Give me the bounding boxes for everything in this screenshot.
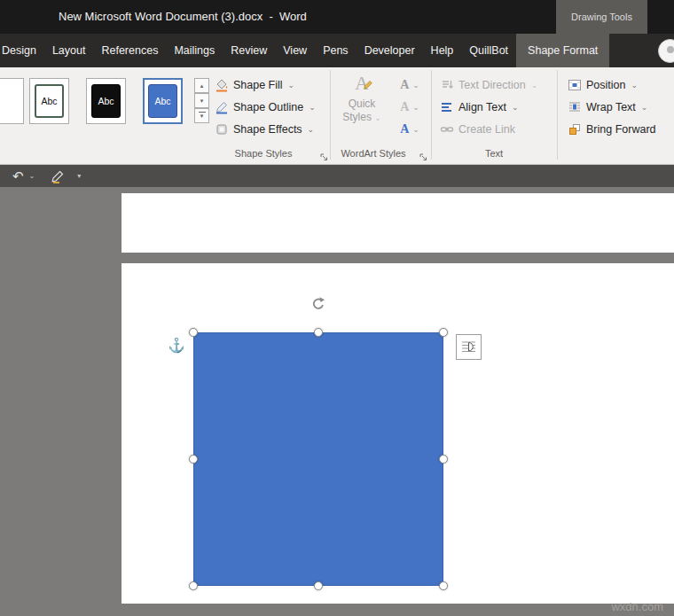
text-direction-label: Text Direction <box>458 79 526 91</box>
down-arrow-icon: ▾ <box>200 97 204 105</box>
lightbulb-icon[interactable] <box>658 39 674 63</box>
tab-help[interactable]: Help <box>423 34 462 67</box>
title-bar: New Microsoft Word Document (3).docx - W… <box>0 0 674 34</box>
shape-effects-button[interactable]: Shape Effects ⌄ <box>215 119 314 140</box>
align-text-label: Align Text <box>458 101 506 113</box>
dropdown-icon[interactable]: ▾ <box>77 172 81 180</box>
resize-handle-top-middle[interactable] <box>314 328 323 337</box>
resize-handle-middle-left[interactable] <box>189 455 198 464</box>
quick-styles-label-line1: Quick <box>337 97 387 111</box>
dialog-launcher-icon <box>419 152 428 162</box>
shape-style-thumbnail-partial[interactable] <box>0 78 24 124</box>
shape-outline-button[interactable]: Shape Outline ⌄ <box>215 97 316 118</box>
watermark-text: wxdn.com <box>611 600 663 613</box>
quick-styles-label-line2: Styles <box>342 111 372 123</box>
shape-style-preview: Abc <box>148 84 177 118</box>
document-area: ⚓ wxdn.com <box>0 187 674 616</box>
shape-fill-button[interactable]: Shape Fill ⌄ <box>215 74 294 96</box>
wrap-text-button[interactable]: Wrap Text ⌄ <box>568 97 647 118</box>
drawing-tools-contextual-label: Drawing Tools <box>556 0 647 34</box>
shape-fill-label: Shape Fill <box>233 79 283 91</box>
chain-link-icon <box>440 122 454 136</box>
position-icon <box>568 78 582 92</box>
shape-style-thumbnail-2[interactable]: Abc <box>86 78 126 124</box>
chevron-down-icon: ⌄ <box>308 125 315 134</box>
effects-square-icon <box>215 122 229 136</box>
chevron-down-icon: ⌄ <box>412 125 419 134</box>
text-direction-button[interactable]: Text Direction ⌄ <box>440 74 537 96</box>
dialog-launcher-icon <box>319 152 329 162</box>
tab-mailings[interactable]: Mailings <box>166 34 223 67</box>
anchor-icon[interactable]: ⚓ <box>168 339 185 353</box>
resize-handle-bottom-middle[interactable] <box>314 581 323 590</box>
layout-options-icon <box>460 339 477 355</box>
shape-effects-label: Shape Effects <box>233 123 302 136</box>
position-button[interactable]: Position ⌄ <box>568 74 638 96</box>
group-label-wordart-styles: WordArt Styles <box>333 148 413 159</box>
text-fill-a-icon: A <box>400 78 409 92</box>
chevron-down-icon: ⌄ <box>288 81 295 90</box>
resize-handle-bottom-right[interactable] <box>439 581 448 590</box>
resize-handle-top-right[interactable] <box>439 328 448 337</box>
tab-design[interactable]: Design <box>0 34 44 67</box>
chevron-down-icon: ⌄ <box>412 103 419 112</box>
wordart-styles-dialog-launcher[interactable] <box>419 150 428 160</box>
ribbon-tab-bar: Design Layout References Mailings Review… <box>0 34 674 67</box>
text-direction-icon <box>440 78 454 92</box>
layout-options-button[interactable] <box>456 334 482 360</box>
undo-icon[interactable]: ↶ <box>12 169 24 183</box>
gallery-scroll-up-button[interactable]: ▴ <box>194 78 209 93</box>
tab-quillbot[interactable]: QuillBot <box>461 34 516 67</box>
create-link-button[interactable]: Create Link <box>440 119 515 140</box>
resize-handle-bottom-left[interactable] <box>189 581 198 590</box>
wrap-text-icon <box>568 100 582 114</box>
shape-style-preview: Abc <box>35 84 64 118</box>
gallery-more-button[interactable]: ▾ <box>194 108 209 123</box>
group-divider <box>557 70 558 160</box>
group-label-text: Text <box>461 148 527 159</box>
pencil-icon <box>215 100 229 114</box>
wordart-a-icon: A <box>350 71 373 94</box>
shape-outline-label: Shape Outline <box>233 101 303 113</box>
tab-developer[interactable]: Developer <box>357 34 423 67</box>
shape-style-thumbnail-1[interactable]: Abc <box>29 78 69 124</box>
chevron-down-icon: ⌄ <box>641 103 648 112</box>
chevron-down-icon: ⌄ <box>412 81 419 90</box>
create-link-label: Create Link <box>458 123 515 136</box>
tab-pens[interactable]: Pens <box>315 34 357 67</box>
wrap-text-label: Wrap Text <box>586 101 636 113</box>
tab-shape-format[interactable]: Shape Format <box>516 34 609 67</box>
ribbon: Abc Abc Abc ▴ ▾ ▾ Shape Fill ⌄ Shape Out… <box>0 67 674 165</box>
chevron-down-icon: ⌄ <box>631 81 638 90</box>
chevron-down-icon: ⌄ <box>374 113 381 122</box>
resize-handle-middle-right[interactable] <box>439 455 448 464</box>
chevron-down-icon: ⌄ <box>512 103 519 112</box>
bring-forward-icon <box>568 122 582 136</box>
position-label: Position <box>586 79 625 91</box>
down-arrow-icon: ▾ <box>200 113 204 120</box>
rotation-handle[interactable] <box>310 296 326 312</box>
selected-rectangle-shape[interactable] <box>193 332 443 586</box>
resize-handle-top-left[interactable] <box>189 328 198 337</box>
shape-styles-dialog-launcher[interactable] <box>319 150 329 160</box>
page-bottom-strip[interactable] <box>121 193 674 253</box>
text-fill-button[interactable]: A ⌄ <box>394 74 426 96</box>
tab-review[interactable]: Review <box>223 34 275 67</box>
text-effects-a-icon: A <box>400 122 409 136</box>
text-outline-button[interactable]: A ⌄ <box>394 97 426 118</box>
bring-forward-label: Bring Forward <box>586 123 656 136</box>
group-label-shape-styles: Shape Styles <box>223 148 303 159</box>
chevron-down-icon: ⌄ <box>309 103 316 112</box>
gallery-scroll-down-button[interactable]: ▾ <box>194 93 209 108</box>
tab-layout[interactable]: Layout <box>44 34 94 67</box>
bring-forward-button[interactable]: Bring Forward <box>568 119 656 140</box>
tab-view[interactable]: View <box>275 34 315 67</box>
shape-style-thumbnail-3-selected[interactable]: Abc <box>143 78 183 124</box>
tab-references[interactable]: References <box>93 34 166 67</box>
ink-pen-icon[interactable] <box>51 169 65 183</box>
align-text-button[interactable]: Align Text ⌄ <box>440 97 519 118</box>
quick-styles-button[interactable]: A Quick Styles ⌄ <box>337 71 387 147</box>
text-effects-button[interactable]: A ⌄ <box>394 119 426 140</box>
chevron-down-icon[interactable]: ⌄ <box>29 172 35 180</box>
svg-text:A: A <box>355 72 369 94</box>
